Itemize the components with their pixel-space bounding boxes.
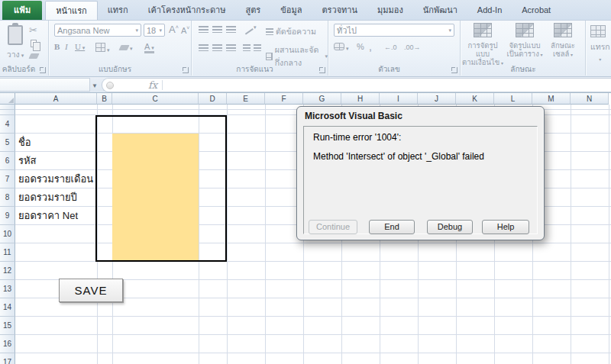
bold-button[interactable]: B xyxy=(54,42,60,51)
row-header-4[interactable]: 4 xyxy=(0,115,15,134)
format-as-table-button[interactable]: จัดรูปแบบเป็นตาราง ▾ xyxy=(504,23,545,60)
font-size-combobox[interactable]: 18▾ xyxy=(144,24,165,37)
orientation-icon[interactable] xyxy=(241,23,254,34)
save-button[interactable]: SAVE xyxy=(59,279,123,302)
column-header-I[interactable]: I xyxy=(380,93,418,105)
row-header-7[interactable]: 7 xyxy=(0,170,15,188)
name-box[interactable] xyxy=(0,78,90,92)
column-header-N[interactable]: N xyxy=(571,93,609,105)
row-header-16[interactable]: 16 xyxy=(0,335,15,353)
accounting-format-button[interactable]: ▾ xyxy=(334,43,348,52)
row-header-9[interactable]: 9 xyxy=(0,207,15,225)
increase-indent-icon[interactable] xyxy=(254,44,261,51)
row-header-5[interactable]: 5 xyxy=(0,134,15,152)
select-all-corner[interactable] xyxy=(0,93,15,105)
cell-a8-label[interactable]: ยอดรวมรายปี xyxy=(18,188,77,207)
tab-Acrobat[interactable]: Acrobat xyxy=(512,1,561,20)
column-header-M[interactable]: M xyxy=(532,93,571,105)
font-color-button[interactable]: A ▾ xyxy=(144,42,154,53)
percent-button[interactable]: % xyxy=(357,42,364,51)
column-header-F[interactable]: F xyxy=(265,93,303,105)
cell-a6-label[interactable]: รหัส xyxy=(18,152,37,170)
column-header-G[interactable]: G xyxy=(303,93,341,105)
font-dialog-launcher-icon[interactable] xyxy=(183,67,189,73)
row-header-13[interactable]: 13 xyxy=(0,280,15,298)
number-dialog-launcher-icon[interactable] xyxy=(451,67,457,73)
align-bottom-icon[interactable] xyxy=(226,26,236,33)
tab-นักพัฒนา[interactable]: นักพัฒนา xyxy=(413,1,467,20)
tab-Add-In[interactable]: Add-In xyxy=(467,1,512,20)
bordered-range-b4-d11[interactable] xyxy=(95,115,227,262)
align-center-icon[interactable] xyxy=(212,44,222,51)
fill-color-button[interactable]: ▾ xyxy=(120,43,132,52)
shrink-font-button[interactable]: A˅ xyxy=(181,25,189,35)
row-header-14[interactable]: 14 xyxy=(0,298,15,317)
decrease-decimal-button[interactable]: .00→ xyxy=(404,43,421,51)
cut-icon[interactable]: ✂ xyxy=(29,24,37,36)
font-name-combobox[interactable]: Angsana New▾ xyxy=(54,24,141,37)
grow-font-button[interactable]: A˄ xyxy=(169,24,179,35)
group-label-font: แบบอักษร xyxy=(50,63,180,75)
column-header-B[interactable]: B xyxy=(97,93,112,105)
gridline-horizontal xyxy=(15,353,611,353)
alignment-dialog-launcher-icon[interactable] xyxy=(319,67,325,73)
format-painter-icon[interactable] xyxy=(28,53,39,59)
column-header-A[interactable]: A xyxy=(15,93,97,105)
tab-สูตร[interactable]: สูตร xyxy=(236,1,271,20)
row-header-11[interactable]: 11 xyxy=(0,243,15,262)
column-header-J[interactable]: J xyxy=(418,93,456,105)
name-box-dropdown-icon[interactable]: ▼ xyxy=(92,82,98,89)
tab-เค้าโครงหน้ากระดาษ[interactable]: เค้าโครงหน้ากระดาษ xyxy=(138,1,236,20)
cell-a9-label[interactable]: ยอดราคา Net xyxy=(18,207,78,225)
decrease-indent-icon[interactable] xyxy=(243,44,251,51)
formula-input-area[interactable]: fx xyxy=(102,78,611,92)
align-left-icon[interactable] xyxy=(199,44,209,51)
row-header-8[interactable]: 8 xyxy=(0,188,15,207)
align-middle-icon[interactable] xyxy=(212,26,222,33)
align-top-icon[interactable] xyxy=(199,26,209,33)
row-header-thin[interactable] xyxy=(0,110,15,115)
row-header-15[interactable]: 15 xyxy=(0,317,15,335)
row-header-10[interactable]: 10 xyxy=(0,225,15,243)
end-button[interactable]: End xyxy=(369,220,415,234)
column-header-D[interactable]: D xyxy=(199,93,227,105)
wrap-text-button[interactable]: ตัดข้อความ xyxy=(266,25,316,38)
tab-แทรก[interactable]: แทรก xyxy=(98,1,138,20)
debug-button[interactable]: Debug xyxy=(427,220,473,234)
tab-มุมมอง[interactable]: มุมมอง xyxy=(367,1,413,20)
insert-function-icon[interactable]: fx xyxy=(148,79,157,91)
number-format-combobox[interactable]: ทั่วไป▾ xyxy=(334,24,454,37)
insert-cells-button[interactable]: แทรก▾ xyxy=(590,25,610,63)
row-header-12[interactable]: 12 xyxy=(0,262,15,280)
column-header-L[interactable]: L xyxy=(494,93,532,105)
conditional-formatting-button[interactable]: การจัดรูปแบบตามเงื่อนไข ▾ xyxy=(462,23,503,68)
align-right-icon[interactable] xyxy=(226,44,236,51)
wrap-text-icon xyxy=(266,28,273,35)
tab-ข้อมูล[interactable]: ข้อมูล xyxy=(270,1,312,20)
currency-icon xyxy=(334,43,344,50)
cell-a7-label[interactable]: ยอดรวมรายเดือน xyxy=(18,170,93,188)
comma-button[interactable]: , xyxy=(369,40,372,53)
tab-ตรวจทาน[interactable]: ตรวจทาน xyxy=(312,1,367,20)
tab-file[interactable]: แฟ้ม xyxy=(2,1,42,20)
row-header-thin[interactable] xyxy=(0,105,15,110)
cell-styles-button[interactable]: ลักษณะเซลล์ ▾ xyxy=(545,23,580,60)
column-header-C[interactable]: C xyxy=(112,93,199,105)
clipboard-dialog-launcher-icon[interactable] xyxy=(40,67,46,73)
number-format-value: ทั่วไป xyxy=(337,24,357,37)
underline-button[interactable]: U ▾ xyxy=(75,42,85,51)
increase-decimal-button[interactable]: ←.0 xyxy=(384,43,397,51)
italic-button[interactable]: I xyxy=(65,42,68,51)
copy-icon[interactable] xyxy=(31,40,37,47)
cell-a5-label[interactable]: ชื่อ xyxy=(18,134,31,152)
ribbon: วาง ▾ ✂ คลิปบอร์ด Angsana New▾ 18▾ A˄ A˅… xyxy=(0,21,611,77)
tab-หน้าแรก[interactable]: หน้าแรก xyxy=(45,1,98,20)
column-header-E[interactable]: E xyxy=(227,93,265,105)
error-message-text: Method 'Intersect' of object '_Global' f… xyxy=(313,151,484,162)
row-header-17[interactable]: 17 xyxy=(0,353,15,364)
help-button[interactable]: Help xyxy=(482,220,529,234)
row-header-6[interactable]: 6 xyxy=(0,152,15,170)
column-header-K[interactable]: K xyxy=(456,93,494,105)
column-header-H[interactable]: H xyxy=(341,93,380,105)
borders-button[interactable]: ▾ xyxy=(95,43,109,53)
